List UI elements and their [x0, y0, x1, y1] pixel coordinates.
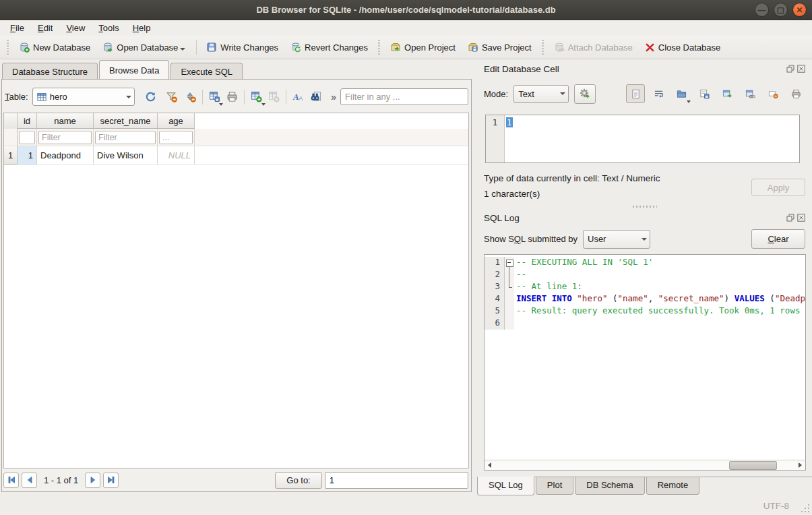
- cell-age[interactable]: NULL: [158, 146, 195, 164]
- minimize-button[interactable]: —: [755, 3, 769, 17]
- insert-record-button[interactable]: [248, 88, 266, 106]
- toolbar-separator: [286, 90, 286, 104]
- filter-input-id[interactable]: [19, 131, 35, 144]
- maximize-button[interactable]: ▢: [774, 3, 788, 17]
- cell-name[interactable]: Deadpond: [37, 146, 94, 164]
- menu-view[interactable]: View: [60, 22, 91, 34]
- link-data-button[interactable]: [741, 84, 759, 103]
- text-mode-button[interactable]: [626, 84, 645, 103]
- next-record-icon: [89, 476, 97, 484]
- corner-header[interactable]: [4, 113, 18, 129]
- filter-any-column-input[interactable]: [340, 88, 468, 105]
- clear-filters-button[interactable]: [163, 88, 181, 106]
- previous-record-button[interactable]: [22, 473, 37, 488]
- code-token: (: [607, 293, 617, 303]
- menu-help[interactable]: Help: [127, 22, 157, 34]
- filter-input-secret-name[interactable]: [95, 131, 156, 144]
- cell-editor-content[interactable]: 1: [505, 115, 514, 162]
- word-wrap-button[interactable]: [649, 84, 668, 103]
- tab-database-structure[interactable]: Database Structure: [2, 63, 98, 79]
- insert-record-icon: [251, 91, 262, 102]
- first-record-button[interactable]: [3, 473, 19, 488]
- titlebar[interactable]: DB Browser for SQLite - /home/user/code/…: [0, 0, 812, 20]
- menu-tools[interactable]: Tools: [92, 22, 125, 34]
- new-database-icon: [19, 42, 30, 53]
- float-dock-icon[interactable]: [786, 65, 794, 73]
- toolbar-overflow-button[interactable]: »: [331, 92, 336, 102]
- scroll-right-arrow-icon[interactable]: [795, 460, 805, 470]
- cell-secret-name[interactable]: Dive Wilson: [94, 146, 158, 164]
- delete-record-icon: [268, 91, 280, 102]
- revert-changes-button[interactable]: Revert Changes: [284, 39, 374, 55]
- fold-collapse-icon[interactable]: [505, 257, 514, 269]
- import-file-button[interactable]: [672, 84, 691, 103]
- font-settings-button[interactable]: AA: [290, 88, 307, 106]
- mode-combobox[interactable]: Text: [513, 85, 569, 103]
- close-dock-icon[interactable]: [797, 214, 805, 222]
- chevron-down-icon: [261, 103, 266, 106]
- print-cell-button[interactable]: [786, 84, 805, 103]
- set-null-button[interactable]: [763, 84, 782, 103]
- print-table-button[interactable]: [223, 88, 241, 106]
- scrollbar-track[interactable]: [495, 461, 795, 470]
- row-header[interactable]: 1: [4, 146, 18, 164]
- cell-size-label: 1 character(s): [484, 189, 540, 199]
- save-table-button[interactable]: [206, 88, 224, 106]
- close-button[interactable]: ✕: [792, 3, 807, 17]
- import-settings-button[interactable]: [574, 84, 596, 104]
- open-project-button[interactable]: Open Project: [384, 39, 462, 55]
- write-changes-button[interactable]: Write Changes: [200, 39, 284, 55]
- dock-tab-db-schema[interactable]: DB Schema: [575, 477, 644, 495]
- filter-input-age[interactable]: [159, 131, 193, 144]
- tab-execute-sql[interactable]: Execute SQL: [170, 63, 243, 79]
- next-record-button[interactable]: [85, 473, 100, 488]
- goto-button[interactable]: Go to:: [275, 472, 321, 489]
- resize-grip[interactable]: [801, 504, 810, 513]
- code-token: (: [765, 293, 775, 303]
- dock-tab-plot[interactable]: Plot: [536, 477, 573, 495]
- open-database-button[interactable]: Open Database: [96, 39, 193, 55]
- menu-edit[interactable]: Edit: [32, 22, 59, 34]
- tab-browse-data[interactable]: Browse Data: [99, 60, 169, 79]
- refresh-button[interactable]: [142, 88, 159, 106]
- button-label: New Database: [33, 42, 90, 53]
- sql-log-filter-row: Show SQL submitted by User Clear: [484, 229, 805, 249]
- dock-tab-sql-log[interactable]: SQL Log: [477, 477, 534, 495]
- dock-splitter[interactable]: [477, 204, 812, 209]
- goto-input[interactable]: [325, 472, 468, 489]
- open-database-icon: [102, 42, 113, 53]
- sql-log-editor[interactable]: 1-- EXECUTING ALL IN 'SQL 1'2--3-- At li…: [484, 254, 806, 471]
- horizontal-scrollbar[interactable]: [485, 460, 805, 470]
- float-dock-icon[interactable]: [786, 214, 794, 222]
- close-dock-icon[interactable]: [797, 65, 805, 73]
- label-text: able:: [9, 92, 28, 102]
- new-database-button[interactable]: New Database: [13, 39, 96, 55]
- save-project-button[interactable]: Save Project: [462, 39, 538, 55]
- encoding-label[interactable]: UTF-8: [763, 501, 789, 511]
- column-header-id[interactable]: id: [18, 113, 37, 129]
- scroll-left-arrow-icon[interactable]: [485, 460, 495, 470]
- toolbar-grip[interactable]: [377, 40, 381, 55]
- menu-file[interactable]: File: [4, 22, 30, 34]
- find-in-table-button[interactable]: [307, 88, 325, 106]
- open-in-window-button[interactable]: [718, 84, 737, 103]
- last-record-button[interactable]: [103, 473, 119, 488]
- column-header-name[interactable]: name: [37, 113, 94, 129]
- submitted-by-combobox[interactable]: User: [583, 230, 650, 249]
- column-header-age[interactable]: age: [158, 113, 195, 129]
- label-text: iew: [72, 23, 86, 33]
- toolbar-grip[interactable]: [5, 40, 10, 55]
- clear-sorting-button[interactable]: [181, 88, 199, 106]
- table-combobox[interactable]: hero: [32, 88, 135, 106]
- code-text: [514, 317, 516, 330]
- column-header-secret-name[interactable]: secret_name: [94, 113, 158, 129]
- filter-input-name[interactable]: [38, 131, 92, 144]
- scrollbar-handle[interactable]: [729, 461, 777, 470]
- toolbar-grip[interactable]: [540, 40, 545, 55]
- export-file-button[interactable]: [695, 84, 714, 103]
- cell-id[interactable]: 1: [18, 146, 37, 164]
- cell-editor[interactable]: 1 1: [485, 115, 800, 163]
- clear-log-button[interactable]: Clear: [751, 229, 805, 249]
- dock-tab-remote[interactable]: Remote: [646, 477, 700, 495]
- close-database-button[interactable]: Close Database: [639, 40, 727, 55]
